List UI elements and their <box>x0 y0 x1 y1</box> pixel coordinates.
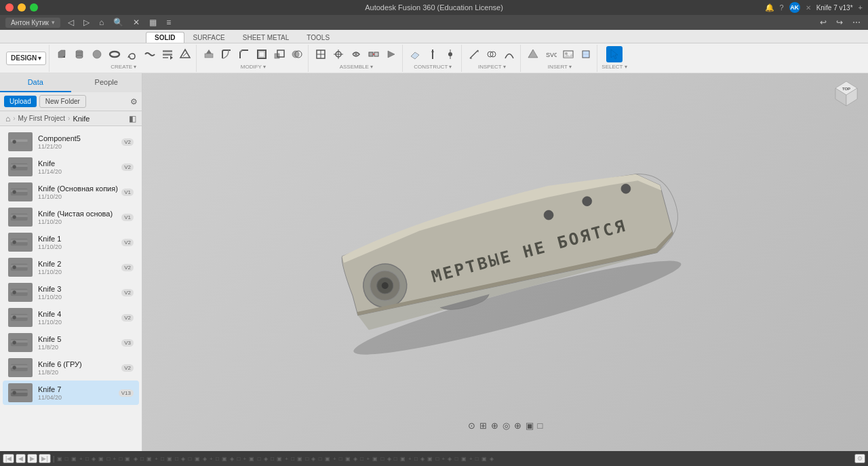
create-pipe-btn[interactable] <box>142 46 158 62</box>
insert-mesh-btn[interactable] <box>525 46 541 62</box>
tab-sheet-metal[interactable]: SHEET METAL <box>234 32 298 43</box>
viewport-icon-1[interactable]: ⊙ <box>468 421 475 431</box>
inspect-interference-btn[interactable] <box>484 46 500 62</box>
list-view-btn[interactable]: ≡ <box>164 18 173 27</box>
modify-fillet-btn[interactable] <box>218 46 235 62</box>
viewport-icon-2[interactable]: ⊞ <box>479 421 487 431</box>
tab-tools[interactable]: TOOLS <box>298 32 338 43</box>
assemble-motion-btn[interactable] <box>348 46 364 62</box>
redo-button[interactable]: ↪ <box>834 18 845 27</box>
bt-settings-btn[interactable]: ⚙ <box>854 454 865 463</box>
assemble-label: ASSEMBLE ▾ <box>340 64 373 70</box>
tab-solid[interactable]: SOLID <box>146 32 184 43</box>
home-icon[interactable]: ⌂ <box>5 114 10 123</box>
svg-point-5 <box>93 50 101 58</box>
home-button[interactable]: ⌂ <box>97 18 106 27</box>
bt-first-btn[interactable]: |◀ <box>3 454 14 463</box>
file-item[interactable]: Component511/21/20V2 <box>3 130 139 154</box>
user-avatar[interactable]: AK <box>789 2 800 13</box>
svg-point-37 <box>448 52 452 56</box>
assemble-contact-btn[interactable] <box>366 46 382 62</box>
insert-decal-btn[interactable] <box>578 46 594 62</box>
bc-panel-icon[interactable]: ◧ <box>129 114 136 123</box>
more-btn[interactable]: ⋯ <box>850 18 863 27</box>
create-torus-btn[interactable] <box>106 46 123 62</box>
view-cube[interactable]: TOP <box>830 79 863 111</box>
notification-icon[interactable]: 🔔 <box>765 3 774 12</box>
new-tab-icon[interactable]: + <box>859 3 863 12</box>
design-dropdown[interactable]: DESIGN ▾ <box>6 52 46 65</box>
assemble-enable-btn[interactable] <box>383 46 399 62</box>
insert-image-btn[interactable] <box>560 46 576 62</box>
file-item[interactable]: Knife 311/10/20V2 <box>3 280 139 305</box>
file-item[interactable]: Knife 211/10/20V2 <box>3 255 139 279</box>
file-item[interactable]: Knife 711/04/20V13 <box>3 381 139 405</box>
tab-data[interactable]: Data <box>0 73 71 92</box>
viewport-icon-3[interactable]: ⊕ <box>491 421 498 431</box>
construct-plane-btn[interactable] <box>407 46 423 62</box>
upload-button[interactable]: Upload <box>4 96 37 107</box>
new-folder-button[interactable]: New Folder <box>39 95 86 108</box>
file-item[interactable]: Knife 111/10/20V2 <box>3 230 139 254</box>
create-cylinder-btn[interactable] <box>71 46 87 62</box>
file-name: Knife 6 (ГРУ) <box>38 360 119 368</box>
bt-play-btn[interactable]: ▶ <box>27 454 37 463</box>
panel-settings-button[interactable]: ⚙ <box>130 97 138 106</box>
viewport-icon-7[interactable]: □ <box>538 421 543 431</box>
file-date: 11/14/20 <box>38 168 119 175</box>
bc-project[interactable]: My First Project <box>18 115 65 122</box>
file-item[interactable]: Knife 511/8/20V3 <box>3 330 139 355</box>
modify-shell-btn[interactable] <box>254 46 270 62</box>
close-file-btn[interactable]: ✕ <box>131 18 142 27</box>
assemble-new-comp-btn[interactable] <box>313 46 329 62</box>
file-item[interactable]: Knife (Основная копия)11/10/20V1 <box>3 180 139 204</box>
design-label: DESIGN <box>11 54 37 62</box>
undo-button[interactable]: ↩ <box>818 18 829 27</box>
construct-axis-btn[interactable] <box>425 46 441 62</box>
bt-last-btn[interactable]: ▶| <box>39 454 50 463</box>
workspace-selector[interactable]: Антон Кутик ▾ <box>5 18 60 28</box>
inspect-section: INSPECT ▾ <box>463 45 521 72</box>
forward-button[interactable]: ▷ <box>81 18 92 27</box>
file-name: Knife 1 <box>38 235 119 243</box>
svg-point-6 <box>110 52 119 57</box>
tab-surface[interactable]: SURFACE <box>184 32 234 43</box>
bt-prev-btn[interactable]: ◀ <box>16 454 26 463</box>
back-button[interactable]: ◁ <box>66 18 76 27</box>
minimize-button[interactable] <box>18 3 26 12</box>
svg-rect-17 <box>259 52 264 57</box>
assemble-joint-btn[interactable] <box>330 46 347 62</box>
workspace-label: Антон Кутик <box>11 19 49 26</box>
search-button[interactable]: 🔍 <box>111 18 125 27</box>
create-more2-btn[interactable] <box>177 46 193 62</box>
viewport-icon-4[interactable]: ◎ <box>502 421 510 431</box>
viewport[interactable]: TOP <box>142 73 868 451</box>
close-button[interactable] <box>5 3 14 12</box>
maximize-button[interactable] <box>30 3 38 12</box>
panel-tabs: Data People <box>0 73 142 92</box>
tab-people[interactable]: People <box>71 73 142 92</box>
file-item[interactable]: Knife (Чистая основа)11/10/20V1 <box>3 205 139 229</box>
insert-svg-btn[interactable]: SVG <box>542 46 559 62</box>
help-icon[interactable]: ? <box>780 3 784 12</box>
viewport-icon-5[interactable]: ⊕ <box>514 421 521 431</box>
create-coil-btn[interactable] <box>124 46 140 62</box>
inspect-curvature-btn[interactable] <box>501 46 517 62</box>
construct-point-btn[interactable] <box>442 46 458 62</box>
modify-chamfer-btn[interactable] <box>236 46 252 62</box>
inspect-measure-btn[interactable] <box>466 46 482 62</box>
file-item[interactable]: Knife 6 (ГРУ)11/8/20V2 <box>3 355 139 380</box>
create-sphere-btn[interactable] <box>89 46 105 62</box>
file-item[interactable]: Knife 411/10/20V2 <box>3 305 139 330</box>
toolbar-tabs: SOLID SURFACE SHEET METAL TOOLS <box>0 30 868 43</box>
viewport-icon-6[interactable]: ▣ <box>526 421 534 431</box>
file-item[interactable]: Knife11/14/20V2 <box>3 155 139 179</box>
create-box-btn[interactable] <box>54 46 70 62</box>
modify-combine-btn[interactable] <box>289 46 305 62</box>
grid-view-btn[interactable]: ▦ <box>147 18 159 27</box>
create-more-btn[interactable] <box>159 46 176 62</box>
modify-presspull-btn[interactable] <box>201 46 217 62</box>
select-btn[interactable] <box>606 46 623 62</box>
modify-scale-btn[interactable] <box>271 46 288 62</box>
select-section: SELECT ▾ <box>599 45 629 72</box>
